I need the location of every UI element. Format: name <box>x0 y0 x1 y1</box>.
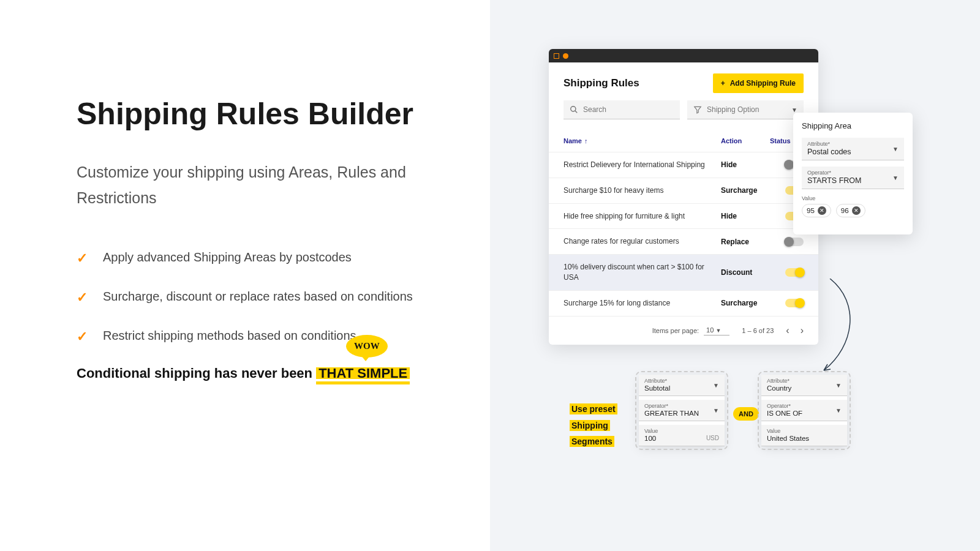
sort-asc-icon: ↑ <box>584 137 588 144</box>
table-row[interactable]: 10% delivery discount when cart > $100 f… <box>549 254 818 290</box>
window-control-icon <box>554 53 559 59</box>
and-operator-pill: AND <box>733 407 759 421</box>
chip-text: 95 <box>807 207 815 214</box>
chevron-down-icon: ▼ <box>835 382 842 389</box>
rule-action: Replace <box>721 238 770 246</box>
shipping-option-filter[interactable]: Shipping Option ▼ <box>687 100 804 119</box>
page-range: 1 – 6 of 23 <box>742 327 774 334</box>
segment-card-subtotal: Attribute* Subtotal ▼ Operator* GREATER … <box>639 375 725 446</box>
search-icon <box>570 105 578 114</box>
app-title: Shipping Rules <box>564 77 639 89</box>
items-per-page-select[interactable]: 10 ▼ <box>704 325 729 335</box>
column-name[interactable]: Name↑ <box>564 137 721 144</box>
value-chip[interactable]: 95✕ <box>802 204 831 217</box>
svg-line-1 <box>575 111 578 113</box>
chevron-down-icon: ▼ <box>713 407 719 414</box>
feature-text: Surcharge, discount or replace rates bas… <box>103 287 413 306</box>
unit-label: USD <box>706 435 719 441</box>
filter-icon <box>693 105 702 114</box>
table-row[interactable]: Change rates for regular customersReplac… <box>549 228 818 254</box>
pagination: Items per page: 10 ▼ 1 – 6 of 23 ‹ › <box>549 316 818 345</box>
table-header: Name↑ Action Status <box>549 128 818 152</box>
rule-action: Hide <box>721 160 770 169</box>
value-field[interactable]: Value 95✕96✕ <box>802 195 904 217</box>
table-row[interactable]: Restrict Delievery for International Shi… <box>549 152 818 178</box>
filter-label: Shipping Option <box>707 105 759 114</box>
field-label: Attribute* <box>767 378 842 384</box>
shipping-area-card: Shipping Area Attribute* Postal codes ▼ … <box>793 113 913 234</box>
table-row[interactable]: Surcharge 15% for long distanceSurcharge <box>549 290 818 316</box>
table-row[interactable]: Hide free shipping for furniture & light… <box>549 203 818 229</box>
feature-text: Restrict shipping methods based on condi… <box>103 326 356 345</box>
chevron-down-icon: ▼ <box>791 107 797 113</box>
shipping-area-title: Shipping Area <box>802 121 904 130</box>
operator-select[interactable]: Operator* STARTS FROM ▼ <box>802 167 904 189</box>
chip-text: 96 <box>841 207 849 214</box>
column-action[interactable]: Action <box>721 137 770 144</box>
page-title: Shipping Rules Builder <box>77 95 453 133</box>
plus-icon: + <box>721 79 725 88</box>
next-page-button[interactable]: › <box>801 325 804 336</box>
rule-name: Surcharge 15% for long distance <box>564 298 721 309</box>
wow-bubble: WOW <box>346 335 388 358</box>
rule-name: 10% delivery discount when cart > $100 f… <box>564 262 721 283</box>
tagline: Conditional shipping has never been THAT… <box>77 365 453 381</box>
tagline-highlight: THAT SIMPLE <box>316 365 410 384</box>
prev-page-button[interactable]: ‹ <box>786 325 789 336</box>
operator-select[interactable]: Operator* IS ONE OF ▼ <box>761 400 847 421</box>
field-label: Attribute* <box>807 141 899 147</box>
status-toggle[interactable] <box>785 238 804 246</box>
attribute-select[interactable]: Attribute* Postal codes ▼ <box>802 138 904 160</box>
status-toggle[interactable] <box>785 268 804 277</box>
feature-item: ✓Apply advanced Shipping Areas by postco… <box>77 248 453 269</box>
value-chip[interactable]: 96✕ <box>836 204 865 217</box>
field-value: STARTS FROM <box>807 176 899 185</box>
status-toggle[interactable] <box>785 299 804 307</box>
rule-name: Surcharge $10 for heavy items <box>564 186 721 196</box>
attribute-select[interactable]: Attribute* Subtotal ▼ <box>639 375 725 396</box>
check-icon: ✓ <box>77 326 88 347</box>
add-button-label: Add Shipping Rule <box>730 79 796 88</box>
feature-item: ✓Restrict shipping methods based on cond… <box>77 326 453 347</box>
add-shipping-rule-button[interactable]: + Add Shipping Rule <box>713 73 804 93</box>
field-label: Value <box>767 428 842 434</box>
rule-action: Surcharge <box>721 186 770 195</box>
field-label: Operator* <box>767 403 842 409</box>
preset-segments-label: Use presetShippingSegments <box>570 401 617 450</box>
tagline-pre: Conditional shipping has never been <box>77 365 316 381</box>
table-row[interactable]: Surcharge $10 for heavy itemsSurcharge <box>549 178 818 203</box>
remove-chip-icon[interactable]: ✕ <box>818 206 826 215</box>
operator-select[interactable]: Operator* GREATER THAN ▼ <box>639 400 725 421</box>
check-icon: ✓ <box>77 248 88 269</box>
value-input[interactable]: Value United States <box>761 425 847 446</box>
rule-action: Hide <box>721 212 770 220</box>
search-input[interactable]: Search <box>564 100 680 119</box>
search-placeholder: Search <box>583 105 606 114</box>
chevron-down-icon: ▼ <box>892 174 899 181</box>
value-input[interactable]: Value 100 USD <box>639 425 725 446</box>
chevron-down-icon: ▼ <box>892 146 899 152</box>
field-label: Value <box>802 195 904 201</box>
field-label: Operator* <box>644 403 719 409</box>
field-label: Value <box>644 428 719 434</box>
rule-action: Surcharge <box>721 299 770 307</box>
rule-action: Discount <box>721 268 770 277</box>
window-control-icon <box>563 53 568 59</box>
chevron-down-icon: ▼ <box>713 382 719 389</box>
feature-item: ✓Surcharge, discount or replace rates ba… <box>77 287 453 308</box>
rule-name: Change rates for regular customers <box>564 236 721 247</box>
attribute-select[interactable]: Attribute* Country ▼ <box>761 375 847 396</box>
field-value: Postal codes <box>807 148 899 156</box>
chevron-down-icon: ▼ <box>715 328 721 334</box>
app-window: Shipping Rules + Add Shipping Rule Searc… <box>549 49 818 345</box>
field-value: IS ONE OF <box>767 410 842 417</box>
items-per-page-label: Items per page: <box>652 327 699 334</box>
field-value: Subtotal <box>644 384 719 392</box>
field-value: Country <box>767 384 842 392</box>
field-label: Operator* <box>807 170 899 176</box>
remove-chip-icon[interactable]: ✕ <box>852 206 861 215</box>
page-subtitle: Customize your shipping using Areas, Rul… <box>77 159 453 211</box>
rule-name: Restrict Delievery for International Shi… <box>564 160 721 170</box>
window-titlebar <box>549 49 818 62</box>
chevron-down-icon: ▼ <box>835 407 842 414</box>
